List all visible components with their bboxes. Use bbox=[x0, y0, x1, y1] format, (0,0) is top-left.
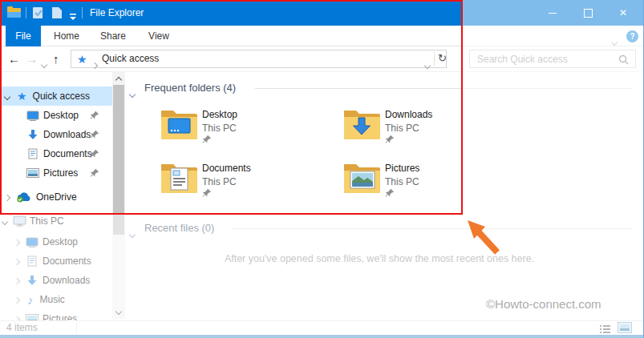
status-bar bbox=[0, 320, 644, 335]
address-dropdown-icon[interactable] bbox=[425, 57, 430, 71]
expand-icon[interactable] bbox=[5, 91, 10, 102]
documents-icon bbox=[27, 256, 37, 267]
scroll-up-icon[interactable] bbox=[112, 72, 125, 85]
recent-empty-message: After you've opened some files, we'll sh… bbox=[125, 253, 634, 264]
window-title: File Explorer bbox=[90, 0, 144, 26]
refresh-icon[interactable]: ↻ bbox=[438, 52, 447, 64]
this-pc-icon bbox=[13, 215, 26, 227]
sidebar-item-label: Downloads bbox=[43, 275, 90, 286]
recent-collapse-icon[interactable] bbox=[130, 226, 135, 240]
address-divider bbox=[434, 52, 435, 66]
file-explorer-window: File Explorer ✕ File Home Share View ? ←… bbox=[0, 0, 644, 338]
sidebar-item-label: Documents bbox=[43, 148, 92, 159]
group-rule bbox=[233, 228, 632, 229]
up-icon[interactable]: ↑ bbox=[53, 53, 59, 65]
pin-icon bbox=[202, 188, 212, 198]
downloads-icon bbox=[26, 275, 38, 286]
tab-home[interactable]: Home bbox=[49, 26, 84, 46]
search-input[interactable] bbox=[476, 53, 615, 66]
sidebar-scrollbar-thumb[interactable] bbox=[113, 85, 124, 235]
maximize-icon bbox=[584, 9, 593, 18]
recent-locations-icon[interactable] bbox=[42, 56, 47, 70]
address-bar[interactable]: ★ Quick access ↻ bbox=[71, 50, 447, 68]
tile-name: Documents bbox=[202, 163, 251, 174]
sidebar-item-pc-documents[interactable]: Documents bbox=[0, 251, 112, 271]
tab-view[interactable]: View bbox=[141, 26, 176, 46]
pin-icon bbox=[385, 135, 395, 144]
breadcrumb[interactable]: Quick access bbox=[102, 50, 159, 67]
group-rule bbox=[255, 88, 632, 89]
recent-files-header[interactable]: Recent files (0) bbox=[144, 222, 214, 234]
frequent-collapse-icon[interactable] bbox=[130, 86, 135, 100]
expand-icon[interactable] bbox=[14, 256, 19, 267]
tile-documents[interactable]: Documents This PC bbox=[160, 158, 333, 204]
window-bottom-border bbox=[0, 335, 644, 338]
tab-share[interactable]: Share bbox=[95, 26, 131, 46]
sidebar-item-label: Documents bbox=[43, 256, 91, 267]
sidebar-item-label: Quick access bbox=[33, 91, 90, 102]
folder-documents-icon bbox=[160, 160, 198, 194]
tile-pictures[interactable]: Pictures This PC bbox=[343, 158, 516, 204]
tile-location: This PC bbox=[385, 176, 419, 187]
new-item-icon[interactable] bbox=[51, 6, 63, 22]
sidebar-item-pc-desktop[interactable]: Desktop bbox=[0, 232, 112, 251]
close-icon: ✕ bbox=[619, 8, 627, 18]
qat-dropdown-icon[interactable] bbox=[69, 10, 77, 24]
minimize-button[interactable] bbox=[535, 0, 570, 26]
pin-icon bbox=[202, 135, 212, 144]
annotation-arrow-icon bbox=[457, 210, 505, 260]
title-separator bbox=[82, 7, 83, 18]
tile-downloads[interactable]: Downloads This PC bbox=[343, 104, 516, 151]
scroll-down-icon[interactable] bbox=[112, 306, 125, 319]
onedrive-icon bbox=[16, 192, 31, 203]
sidebar-item-documents[interactable]: Documents bbox=[0, 144, 112, 163]
expand-icon[interactable] bbox=[14, 294, 19, 305]
sidebar-item-label: Downloads bbox=[43, 129, 91, 140]
pin-icon bbox=[90, 149, 99, 159]
tile-name: Downloads bbox=[385, 109, 432, 120]
pin-icon bbox=[385, 188, 395, 198]
tile-location: This PC bbox=[385, 123, 419, 134]
explorer-folder-icon bbox=[7, 6, 22, 18]
sidebar-item-downloads[interactable]: Downloads bbox=[0, 125, 112, 144]
expand-icon[interactable] bbox=[14, 236, 19, 247]
sidebar-item-label: Desktop bbox=[43, 236, 78, 247]
tile-name: Desktop bbox=[202, 109, 237, 120]
sidebar-item-pc-downloads[interactable]: Downloads bbox=[0, 271, 112, 290]
maximize-button[interactable] bbox=[570, 0, 606, 26]
expand-icon[interactable] bbox=[2, 215, 7, 227]
minimize-icon bbox=[549, 13, 557, 14]
sidebar-item-label: Desktop bbox=[43, 110, 79, 121]
back-icon[interactable]: ← bbox=[8, 53, 20, 65]
properties-icon[interactable] bbox=[32, 6, 44, 22]
quick-access-star-icon: ★ bbox=[17, 91, 27, 102]
search-box[interactable] bbox=[469, 50, 636, 68]
sidebar-item-pictures[interactable]: Pictures bbox=[0, 163, 112, 183]
title-bar: File Explorer ✕ bbox=[0, 0, 644, 26]
tab-file[interactable]: File bbox=[6, 26, 41, 46]
items-count: 4 items bbox=[6, 321, 38, 335]
sidebar-item-quick-access[interactable]: ★ Quick access bbox=[0, 87, 112, 106]
desktop-icon bbox=[26, 237, 38, 247]
search-icon[interactable] bbox=[618, 54, 629, 65]
watermark: ©Howto-connect.com bbox=[486, 297, 601, 311]
close-button[interactable]: ✕ bbox=[606, 0, 641, 26]
pictures-icon bbox=[26, 168, 39, 178]
sidebar-item-label: OneDrive bbox=[36, 191, 77, 203]
sidebar-item-this-pc[interactable]: This PC bbox=[0, 211, 112, 231]
folder-pictures-icon bbox=[343, 160, 381, 194]
music-icon: ♪ bbox=[27, 294, 34, 306]
sidebar-item-onedrive[interactable]: OneDrive bbox=[0, 187, 112, 207]
help-icon[interactable]: ? bbox=[626, 30, 638, 42]
tile-desktop[interactable]: Desktop This PC bbox=[160, 104, 333, 151]
sidebar-item-desktop[interactable]: Desktop bbox=[0, 106, 112, 125]
forward-icon[interactable]: → bbox=[26, 53, 38, 65]
sidebar-item-pc-music[interactable]: ♪ Music bbox=[0, 290, 112, 309]
expand-icon[interactable] bbox=[14, 275, 19, 286]
expand-icon[interactable] bbox=[5, 191, 10, 203]
frequent-folders-header[interactable]: Frequent folders (4) bbox=[144, 82, 236, 94]
desktop-icon bbox=[26, 111, 39, 121]
quick-access-star-icon: ★ bbox=[77, 54, 87, 65]
pin-icon bbox=[90, 111, 99, 120]
folder-desktop-icon bbox=[160, 107, 198, 140]
